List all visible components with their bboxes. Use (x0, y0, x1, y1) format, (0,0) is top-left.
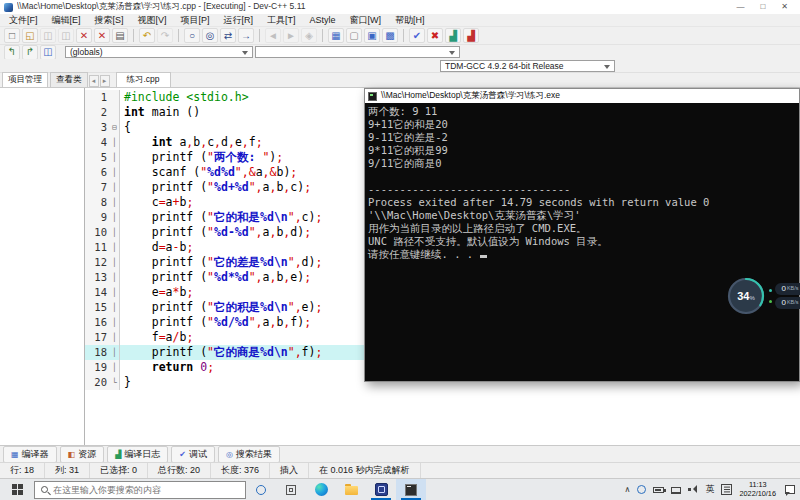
fold-marker-icon[interactable]: │ (110, 315, 120, 330)
line-number[interactable]: 2 (85, 105, 110, 120)
search-input[interactable] (53, 485, 239, 495)
fold-marker-icon[interactable]: │ (110, 210, 120, 225)
line-number[interactable]: 15 (85, 300, 110, 315)
goto-implementation-icon[interactable]: ↱ (22, 45, 38, 60)
fold-marker-icon[interactable]: ⊟ (110, 120, 120, 135)
start-button[interactable] (0, 479, 34, 500)
compile-run-icon[interactable]: ▣ (364, 28, 380, 43)
abort-icon[interactable]: ✖ (427, 28, 443, 43)
fold-marker-icon[interactable]: │ (110, 135, 120, 150)
line-number[interactable]: 8 (85, 195, 110, 210)
line-number[interactable]: 20 (85, 375, 110, 390)
line-number[interactable]: 14 (85, 285, 110, 300)
line-number[interactable]: 16 (85, 315, 110, 330)
compiler-dropdown[interactable]: TDM-GCC 4.9.2 64-bit Release (440, 60, 615, 72)
fold-marker-icon[interactable]: └ (110, 375, 120, 390)
line-number[interactable]: 19 (85, 360, 110, 375)
menu-item-编辑[interactable]: 编辑[E] (45, 14, 88, 27)
close-all-icon[interactable]: ✕ (94, 28, 110, 43)
fold-marker-icon[interactable]: │ (110, 255, 120, 270)
fold-marker-icon[interactable]: │ (110, 330, 120, 345)
line-number[interactable]: 9 (85, 210, 110, 225)
report-tab-编译器[interactable]: ▦编译器 (3, 446, 57, 463)
rebuild-all-icon[interactable]: ▩ (382, 28, 398, 43)
fold-marker-icon[interactable]: │ (110, 360, 120, 375)
line-number[interactable]: 18 (85, 345, 110, 360)
line-number[interactable]: 17 (85, 330, 110, 345)
file-explorer-button[interactable] (336, 479, 366, 500)
clock[interactable]: 11:13 2022/10/16 (739, 481, 776, 498)
report-tab-搜索结果[interactable]: ◎搜索结果 (218, 446, 280, 463)
profile-delete-icon[interactable]: ▟ (463, 28, 479, 43)
ime-keyboard-icon[interactable] (721, 484, 732, 495)
minimize-button[interactable]: — (736, 0, 744, 14)
fold-marker-icon[interactable] (110, 90, 120, 105)
tabs-scroll-left-button[interactable]: ◂ (89, 75, 99, 87)
hidden-icons-chevron-icon[interactable]: ∧ (625, 485, 631, 494)
fold-marker-icon[interactable]: │ (110, 345, 120, 360)
console-taskbar-button[interactable] (396, 479, 426, 500)
fold-marker-icon[interactable]: │ (110, 240, 120, 255)
members-dropdown[interactable] (255, 46, 460, 58)
battery-icon[interactable] (653, 487, 664, 493)
globals-dropdown[interactable]: (globals) (65, 46, 253, 58)
editor-tab[interactable]: 练习.cpp (116, 72, 171, 87)
line-number[interactable]: 6 (85, 165, 110, 180)
report-tab-编译日志[interactable]: ▟编译日志 (107, 446, 168, 463)
close-file-icon[interactable]: ✕ (76, 28, 92, 43)
menu-item-项目[interactable]: 项目[P] (174, 14, 217, 27)
line-number[interactable]: 11 (85, 240, 110, 255)
profile-icon[interactable]: ▟ (445, 28, 461, 43)
menu-item-运行[interactable]: 运行[R] (217, 14, 261, 27)
tray-app-icon[interactable] (637, 485, 646, 494)
volume-icon[interactable] (688, 485, 698, 494)
line-number[interactable]: 5 (85, 150, 110, 165)
menu-item-搜索[interactable]: 搜索[S] (88, 14, 131, 27)
line-number[interactable]: 3 (85, 120, 110, 135)
menu-item-文件[interactable]: 文件[F] (2, 14, 45, 27)
fold-marker-icon[interactable]: │ (110, 300, 120, 315)
console-window[interactable]: \\Mac\Home\Desktop\克莱汤普森\学习\练习.exe 两个数: … (364, 88, 800, 382)
open-file-icon[interactable]: ◱ (22, 28, 38, 43)
network-icon[interactable] (671, 487, 681, 494)
line-number[interactable]: 1 (85, 90, 110, 105)
fold-marker-icon[interactable]: │ (110, 180, 120, 195)
menu-item-窗口[interactable]: 窗口[W] (343, 14, 389, 27)
replace-icon[interactable]: ⇄ (220, 28, 236, 43)
print-icon[interactable]: ▤ (112, 28, 128, 43)
panel-tab-查看类[interactable]: 查看类 (50, 72, 88, 87)
console-titlebar[interactable]: \\Mac\Home\Desktop\克莱汤普森\学习\练习.exe (365, 89, 799, 103)
taskbar-search[interactable] (34, 481, 246, 499)
floating-monitor-widget[interactable]: 34% 0KB/s0KB/s (726, 276, 800, 316)
find-in-files-icon[interactable]: ◎ (202, 28, 218, 43)
devcpp-taskbar-button[interactable] (366, 479, 396, 500)
console-output[interactable]: 两个数: 9 119+11它的和是209-11它的差是-29*11它的积是999… (365, 103, 799, 381)
ide-titlebar[interactable]: \\Mac\Home\Desktop\克莱汤普森\学习\练习.cpp - [Ex… (0, 0, 800, 14)
new-source-icon[interactable]: □ (4, 28, 20, 43)
notification-center-icon[interactable] (785, 485, 795, 494)
fold-marker-icon[interactable]: │ (110, 150, 120, 165)
menu-item-帮助[interactable]: 帮助[H] (388, 14, 432, 27)
find-icon[interactable]: ○ (184, 28, 200, 43)
close-button[interactable]: ✕ (781, 0, 788, 14)
goto-declaration-icon[interactable]: ↰ (4, 45, 20, 60)
report-tab-资源[interactable]: ◧资源 (60, 446, 105, 463)
goto-line-icon[interactable]: → (238, 28, 254, 43)
line-number[interactable]: 12 (85, 255, 110, 270)
menu-item-工具[interactable]: 工具[T] (260, 14, 303, 27)
syntax-check-icon[interactable]: ✔ (409, 28, 425, 43)
edge-button[interactable] (306, 479, 336, 500)
compile-icon[interactable]: ▦ (328, 28, 344, 43)
cortana-button[interactable] (246, 479, 276, 500)
undo-icon[interactable]: ↶ (139, 28, 155, 43)
maximize-button[interactable]: □ (760, 0, 765, 14)
line-number[interactable]: 4 (85, 135, 110, 150)
line-number[interactable]: 13 (85, 270, 110, 285)
line-number[interactable]: 7 (85, 180, 110, 195)
class-browser-icon[interactable]: ◫ (40, 45, 56, 60)
panel-tab-项目管理[interactable]: 项目管理 (2, 72, 48, 87)
run-icon[interactable]: ▢ (346, 28, 362, 43)
menu-item-视图[interactable]: 视图[V] (131, 14, 174, 27)
menu-item-AStyle[interactable]: AStyle (303, 15, 343, 25)
tabs-scroll-right-button[interactable]: ▸ (100, 75, 110, 87)
